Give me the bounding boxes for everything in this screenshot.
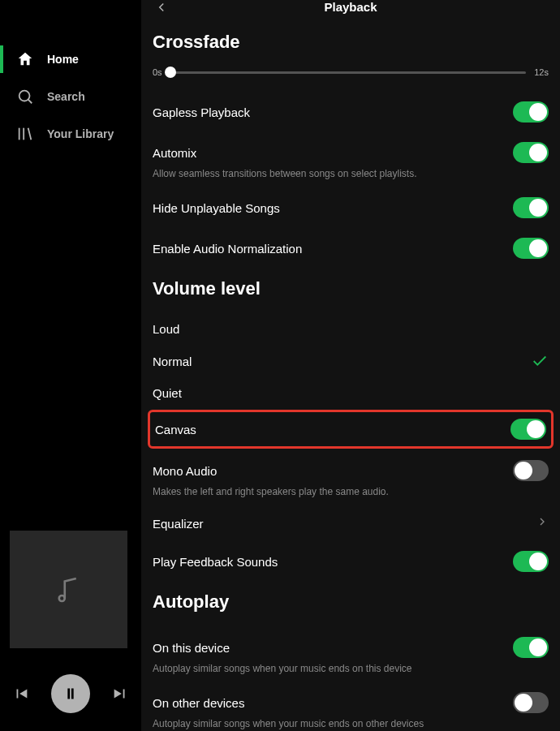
volume-option-label: Loud [153,322,179,336]
crossfade-slider-row: 0s 12s [153,67,549,77]
crossfade-min-label: 0s [153,67,162,77]
main-panel: Playback Crossfade 0s 12s Gapless Playba… [141,0,560,731]
setting-autoplay-this-device: On this device [153,627,549,668]
header: Playback [141,0,560,14]
section-title-autoplay: Autoplay [153,591,549,613]
sidebar-item-label: Your Library [47,127,114,140]
now-playing [0,521,141,658]
toggle-autoplay-other-devices[interactable] [513,692,549,713]
setting-label: On this device [153,641,230,655]
setting-label: Mono Audio [153,464,217,478]
setting-label: On other devices [153,696,244,710]
setting-hide-unplayable: Hide Unplayable Songs [153,187,549,228]
next-track-button[interactable] [109,682,131,705]
svg-point-0 [19,91,30,101]
setting-label: Automix [153,146,196,160]
sidebar-item-search[interactable]: Search [0,78,141,115]
toggle-mono-audio[interactable] [513,460,549,481]
chevron-right-icon [536,515,549,531]
setting-equalizer[interactable]: Equalizer [153,505,549,541]
previous-track-button[interactable] [10,682,32,705]
toggle-gapless-playback[interactable] [513,101,549,123]
play-pause-button[interactable] [51,674,90,713]
volume-option-label: Normal [153,355,192,368]
search-icon [16,88,34,105]
music-note-icon [52,573,86,607]
setting-label: Canvas [155,423,196,436]
page-title: Playback [324,0,377,14]
toggle-hide-unplayable[interactable] [513,197,549,218]
setting-canvas: Canvas [148,410,554,449]
sidebar-item-home[interactable]: Home [0,41,141,78]
library-icon [16,125,34,143]
setting-audio-normalization: Enable Audio Normalization [153,228,549,269]
setting-label: Hide Unplayable Songs [153,201,280,215]
settings-content: Crossfade 0s 12s Gapless Playback Automi… [141,14,560,731]
toggle-canvas[interactable] [510,419,546,440]
setting-desc-autoplay-this-device: Autoplay similar songs when your music e… [153,663,549,674]
home-icon [16,50,34,68]
setting-play-feedback-sounds: Play Feedback Sounds [153,541,549,582]
toggle-play-feedback-sounds[interactable] [513,551,549,572]
checkmark-icon [531,352,549,370]
crossfade-slider[interactable] [170,71,527,74]
volume-option-label: Quiet [153,386,182,400]
svg-point-5 [58,596,64,601]
album-art-placeholder[interactable] [10,531,127,648]
sidebar-item-label: Home [47,53,79,66]
player-controls [0,658,141,731]
crossfade-max-label: 12s [534,67,549,77]
chevron-left-icon [154,0,169,15]
sidebar-item-library[interactable]: Your Library [0,115,141,153]
setting-desc-autoplay-other-devices: Autoplay similar songs when your music e… [153,718,549,729]
toggle-autoplay-this-device[interactable] [513,637,549,658]
setting-label: Equalizer [153,517,204,531]
setting-desc-mono: Makes the left and right speakers play t… [153,486,549,497]
setting-label: Play Feedback Sounds [153,555,278,569]
back-button[interactable] [154,0,169,14]
setting-label: Enable Audio Normalization [153,242,302,256]
sidebar: Home Search Your Library [0,0,141,731]
setting-automix: Automix [153,132,549,173]
volume-option-normal[interactable]: Normal [153,344,549,378]
setting-autoplay-other-devices: On other devices [153,682,549,723]
setting-desc-automix: Allow seamless transitions between songs… [153,168,549,179]
section-title-volume-level: Volume level [153,278,549,299]
setting-gapless-playback: Gapless Playback [153,92,549,132]
sidebar-item-label: Search [47,90,85,103]
section-title-crossfade: Crossfade [153,32,549,53]
volume-option-loud[interactable]: Loud [153,314,549,344]
volume-option-quiet[interactable]: Quiet [153,378,549,408]
crossfade-slider-thumb[interactable] [165,67,176,78]
svg-line-4 [28,128,32,140]
setting-label: Gapless Playback [153,105,250,119]
toggle-audio-normalization[interactable] [513,238,549,259]
svg-line-1 [28,100,32,104]
pause-icon [62,685,80,703]
toggle-automix[interactable] [513,142,549,163]
setting-mono-audio: Mono Audio [153,450,549,491]
